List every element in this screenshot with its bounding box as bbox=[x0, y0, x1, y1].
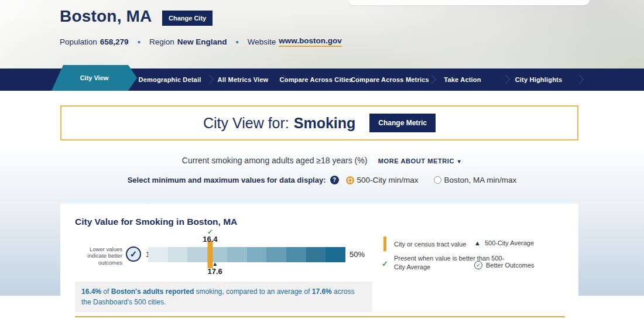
scale-segment bbox=[286, 247, 306, 262]
metric-banner-prefix: City View for: bbox=[203, 115, 289, 132]
page-title: Boston, MA bbox=[60, 7, 152, 26]
search-bar-remnant bbox=[348, 0, 590, 5]
city-value-label: 16.4 bbox=[203, 235, 217, 244]
radio-500-city-minmax[interactable]: 500-City min/max bbox=[346, 176, 419, 184]
main-nav: City View Demographic Detail All Metrics… bbox=[0, 68, 644, 91]
scale-segment bbox=[326, 247, 345, 262]
radio-selected-icon[interactable] bbox=[346, 176, 354, 184]
population-value: 658,279 bbox=[100, 37, 129, 46]
tab-separator-chevron-icon bbox=[575, 75, 584, 84]
scale-segment bbox=[168, 247, 188, 262]
scale-segment bbox=[306, 247, 326, 262]
better-outcomes-check-icon: ✓ bbox=[126, 246, 141, 262]
tab-all-metrics-view[interactable]: All Metrics View bbox=[218, 68, 269, 91]
population-label: Population bbox=[60, 37, 97, 46]
range-selector-prompt: Select minimum and maximum values for da… bbox=[128, 176, 326, 184]
caret-down-icon: ▼ bbox=[457, 159, 463, 165]
help-icon[interactable]: ? bbox=[330, 176, 339, 184]
legend-better-outcomes: ✓ Better Outcomes bbox=[474, 261, 535, 269]
average-triangle-icon: ▲ bbox=[208, 261, 222, 267]
chart-note: Lower values indicate better outcomes bbox=[70, 246, 122, 266]
legend-better-outcomes-label: Better Outcomes bbox=[486, 262, 535, 269]
change-city-button[interactable]: Change City bbox=[162, 11, 213, 26]
region-label: Region bbox=[149, 37, 174, 46]
more-about-metric-button[interactable]: MORE ABOUT METRIC ▼ bbox=[378, 157, 462, 165]
metric-description: Current smoking among adults aged ≥18 ye… bbox=[182, 156, 368, 165]
scale-segment bbox=[187, 247, 207, 262]
radio-500-city-label: 500-City min/max bbox=[357, 176, 419, 184]
more-about-metric-label: MORE ABOUT METRIC bbox=[378, 157, 454, 165]
radio-boston-label: Boston, MA min/max bbox=[444, 176, 517, 184]
scale-segment bbox=[148, 247, 168, 262]
tab-demographic-detail[interactable]: Demographic Detail bbox=[139, 68, 201, 91]
chart-title: City Value for Smoking in Boston, MA bbox=[75, 217, 237, 227]
summary-part: Boston's adults reported bbox=[111, 287, 194, 296]
summary-text: 16.4% of Boston's adults reported smokin… bbox=[75, 282, 372, 312]
metric-description-row: Current smoking among adults aged ≥18 ye… bbox=[0, 155, 644, 166]
summary-part: 17.6% bbox=[312, 287, 332, 296]
tab-separator-chevron-icon bbox=[205, 75, 214, 84]
scale-wrap: ✓ 16.4 ▲ 17.6 bbox=[148, 247, 345, 262]
scale-bar bbox=[148, 247, 345, 262]
tab-compare-across-metrics[interactable]: Compare Across Metrics bbox=[351, 68, 429, 91]
website-link[interactable]: www.boston.gov bbox=[279, 36, 342, 47]
scale-segment bbox=[266, 247, 286, 262]
city-meta-row: Population 658,279 • Region New England … bbox=[60, 36, 342, 47]
website-label: Website bbox=[248, 37, 276, 46]
city-value-card: City Value for Smoking in Boston, MA Low… bbox=[60, 204, 578, 322]
metric-banner: City View for: Smoking Change Metric bbox=[60, 105, 578, 141]
legend-city-average: ▲ 500-City Average bbox=[474, 239, 534, 246]
summary-part: 16.4% bbox=[81, 287, 101, 296]
average-group: ▲ 17.6 bbox=[208, 261, 222, 276]
triangle-icon: ▲ bbox=[474, 239, 481, 246]
separator-dot-icon: • bbox=[138, 37, 141, 47]
tab-city-highlights[interactable]: City Highlights bbox=[515, 68, 563, 91]
tab-city-view[interactable]: City View bbox=[52, 65, 137, 91]
metric-banner-metric: Smoking bbox=[294, 115, 356, 132]
circled-check-icon: ✓ bbox=[474, 261, 482, 269]
scale-max-label: 50% bbox=[350, 250, 365, 259]
separator-dot-icon: • bbox=[235, 37, 238, 47]
tab-separator-chevron-icon bbox=[501, 75, 511, 84]
scale-segment bbox=[247, 247, 267, 262]
legend-city-value-swatch bbox=[383, 237, 386, 251]
hero-header: Boston, MA Change City Population 658,27… bbox=[0, 0, 644, 68]
legend-city-average-label: 500-City Average bbox=[485, 239, 534, 246]
summary-part: smoking, compared to an average of bbox=[194, 287, 311, 296]
green-check-icon: ✓ bbox=[382, 259, 388, 268]
range-selector-row: Select minimum and maximum values for da… bbox=[0, 176, 644, 184]
average-value-label: 17.6 bbox=[208, 267, 222, 276]
radio-unselected-icon[interactable] bbox=[434, 176, 441, 184]
gold-divider bbox=[75, 316, 565, 317]
tab-take-action[interactable]: Take Action bbox=[444, 68, 481, 91]
tab-compare-across-cities[interactable]: Compare Across Cities bbox=[280, 68, 353, 91]
legend-city-value-label: City or census tract value bbox=[394, 241, 467, 248]
summary-part: of bbox=[101, 287, 111, 296]
city-value-group: ✓ 16.4 bbox=[203, 228, 217, 244]
change-metric-button[interactable]: Change Metric bbox=[369, 114, 436, 132]
scale-segment bbox=[227, 247, 247, 262]
region-value: New England bbox=[177, 37, 227, 46]
radio-boston-minmax[interactable]: Boston, MA min/max bbox=[434, 176, 517, 184]
